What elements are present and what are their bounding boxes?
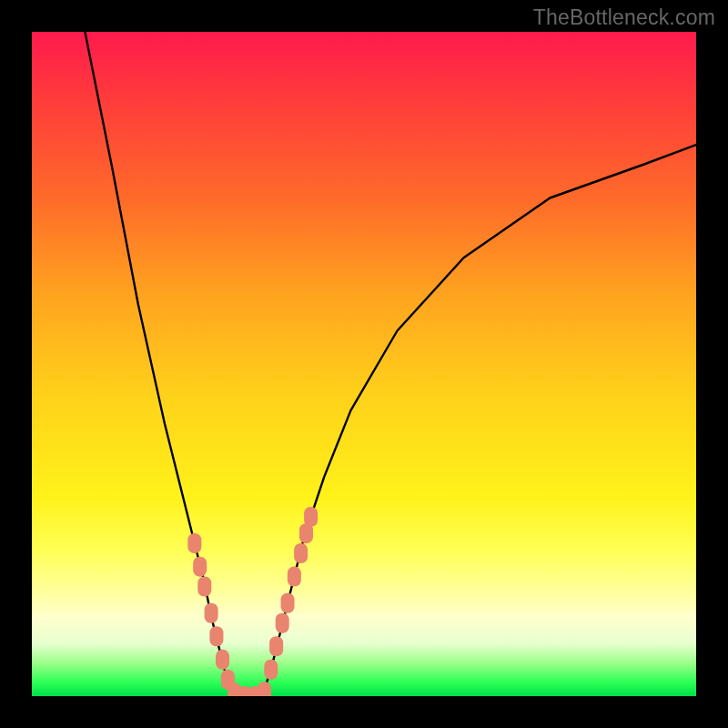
marker-1 bbox=[193, 557, 207, 577]
chart-frame: TheBottleneck.com bbox=[0, 0, 728, 728]
marker-16 bbox=[294, 543, 308, 563]
marker-3 bbox=[205, 603, 218, 623]
marker-0 bbox=[187, 533, 201, 553]
curve-right-branch bbox=[265, 145, 697, 690]
marker-13 bbox=[276, 613, 289, 633]
marker-18 bbox=[304, 507, 318, 527]
marker-12 bbox=[269, 636, 283, 656]
marker-14 bbox=[281, 593, 295, 613]
marker-2 bbox=[197, 577, 211, 597]
marker-4 bbox=[209, 626, 223, 646]
marker-11 bbox=[264, 660, 278, 680]
marker-5 bbox=[216, 650, 229, 670]
marker-15 bbox=[288, 567, 301, 587]
curve-group bbox=[85, 32, 696, 696]
watermark-text: TheBottleneck.com bbox=[533, 5, 715, 30]
chart-svg bbox=[32, 32, 696, 696]
marker-10 bbox=[258, 682, 271, 696]
plot-area bbox=[32, 32, 696, 696]
